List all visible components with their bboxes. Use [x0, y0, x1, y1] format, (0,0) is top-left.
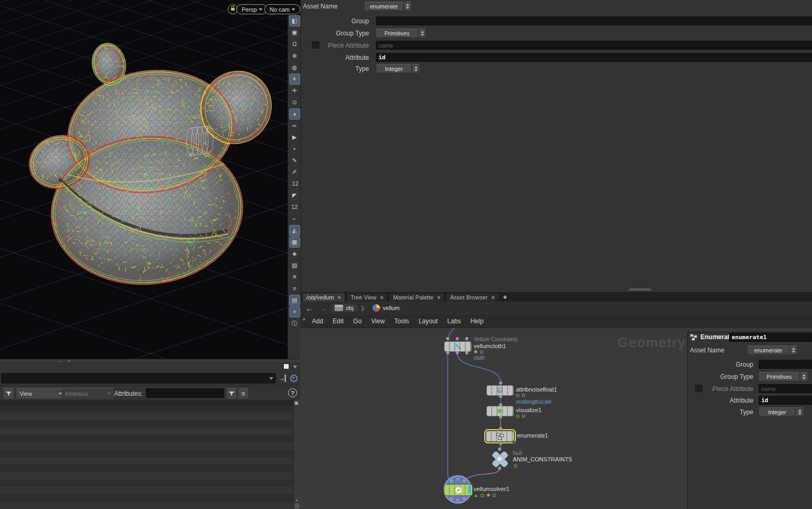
menu-item-add[interactable]: Add	[312, 317, 323, 325]
type-dropdown[interactable]: Integer	[759, 407, 804, 416]
help-button[interactable]: ?	[288, 388, 297, 397]
ghost-objects-icon[interactable]: ⊗	[289, 50, 300, 61]
output-dot[interactable]	[499, 395, 502, 398]
menu-item-view[interactable]: View	[371, 317, 385, 325]
snap-locate-icon[interactable]: ⌖	[289, 306, 300, 317]
output-dot[interactable]	[446, 351, 449, 355]
forward-arrow-icon[interactable]: →	[319, 304, 327, 313]
hide-other-objects-icon[interactable]: ∞	[289, 120, 300, 131]
node-visualize1[interactable]	[486, 406, 514, 416]
intrinsics-dropdown[interactable]: Intrinsics	[61, 388, 114, 399]
input-dot[interactable]	[499, 427, 502, 430]
tab-tree-view[interactable]: Tree View×	[346, 293, 387, 302]
asset-name-value[interactable]: enumerate	[364, 2, 403, 11]
toolbar-options-icon[interactable]: ≡	[289, 283, 300, 294]
node-anim-constraints[interactable]	[491, 450, 510, 469]
input-dot[interactable]	[446, 337, 449, 340]
headlight-icon[interactable]: ☀	[289, 74, 300, 85]
group-type-dropdown[interactable]: Primitives	[759, 372, 808, 381]
tab-close-icon[interactable]: ×	[437, 294, 440, 301]
asset-name-value[interactable]: enumerate	[747, 346, 789, 355]
output-dot[interactable]	[456, 351, 459, 355]
sort-button[interactable]: ≡	[238, 388, 248, 399]
axis-display-icon[interactable]: ✕	[289, 271, 300, 283]
attribute-input[interactable]: id	[376, 53, 812, 62]
piece-attribute-input[interactable]: name	[759, 384, 812, 393]
table-scrollbar[interactable]: ▦ ▲	[293, 400, 300, 509]
output-dot[interactable]	[499, 415, 502, 419]
shaded-mode-icon[interactable]: ◭	[289, 225, 300, 236]
sketch-brush-icon[interactable]: ✎	[289, 155, 300, 166]
show-points-icon[interactable]: •	[289, 143, 300, 154]
grid-toggle-icon[interactable]: ▦	[294, 401, 299, 405]
breadcrumb-obj[interactable]: obj	[331, 304, 357, 312]
chevron-down-icon[interactable]	[269, 377, 273, 380]
group-input[interactable]	[376, 16, 812, 25]
viewport-layout-icon[interactable]: ◧	[289, 15, 300, 26]
camera-menu-pill[interactable]: No cam	[264, 4, 300, 14]
lock-camera-icon[interactable]: Ω	[289, 39, 300, 50]
prim-numbers-icon[interactable]: 12	[289, 202, 300, 213]
piece-attribute-input[interactable]: name	[376, 41, 812, 50]
flipbook-play-icon[interactable]: ▶	[289, 132, 300, 143]
input-dot[interactable]	[456, 337, 459, 340]
back-arrow-icon[interactable]: ←	[306, 304, 313, 313]
stop-cook-icon[interactable]	[284, 364, 289, 369]
node-name-label[interactable]: visualize1	[516, 407, 541, 413]
point-numbers-icon[interactable]: .12	[289, 178, 300, 189]
menu-item-help[interactable]: Help	[470, 317, 484, 325]
menu-item-go[interactable]: Go	[353, 317, 362, 325]
flipbook-frame-icon[interactable]: ▣	[289, 27, 300, 38]
menu-item-edit[interactable]: Edit	[333, 317, 344, 325]
scene-viewport[interactable]: Persp No cam	[0, 0, 300, 359]
uv-overlay-icon[interactable]: ▧	[289, 260, 300, 271]
type-dropdown[interactable]: Integer	[376, 64, 420, 73]
input-dot[interactable]	[499, 403, 502, 406]
type-value[interactable]: Integer	[759, 407, 796, 416]
background-image-icon[interactable]: ▤	[289, 295, 300, 306]
tab-close-icon[interactable]: ×	[338, 294, 341, 301]
node-attribnoisefloat1[interactable]	[486, 385, 514, 396]
group-type-value[interactable]: Primitives	[376, 29, 418, 38]
display-materials-icon[interactable]: ◕	[289, 108, 300, 120]
node-name-label[interactable]: ANIM_CONSTRAINTS	[513, 456, 572, 462]
view-mode-dropdown[interactable]: View	[16, 388, 66, 399]
tab-close-icon[interactable]: ×	[380, 294, 383, 301]
scroll-thumb[interactable]	[294, 503, 299, 508]
node-name-label[interactable]: enumerate1	[517, 432, 548, 439]
menu-collapse-arrow[interactable]: ▲	[302, 316, 306, 321]
menu-item-tools[interactable]: Tools	[394, 317, 409, 325]
node-enumerate1[interactable]	[486, 431, 514, 442]
asset-name-dropdown[interactable]: enumerate	[364, 2, 411, 11]
scroll-bottom-icon[interactable]: ▲	[295, 498, 299, 502]
output-dot[interactable]	[498, 467, 501, 470]
node-name-label[interactable]: vellumcloth1	[474, 343, 506, 349]
node-name-label[interactable]: vellumsolver1	[474, 486, 509, 492]
input-dot[interactable]	[463, 479, 466, 483]
output-dot[interactable]	[450, 497, 453, 500]
group-input[interactable]	[759, 360, 812, 369]
attribute-filter-button[interactable]	[226, 388, 237, 399]
display-hull-icon[interactable]: ◈	[289, 248, 300, 259]
spinner[interactable]	[796, 407, 804, 416]
breadcrumb-vellum[interactable]: vellum	[369, 304, 403, 312]
output-dot[interactable]	[465, 351, 468, 355]
type-value[interactable]: Integer	[376, 64, 412, 73]
tab--obj-vellum[interactable]: /obj/vellum×	[302, 293, 345, 302]
input-dot[interactable]	[498, 448, 501, 451]
texture-checker-icon[interactable]: ▦	[289, 237, 300, 248]
menu-item-labs[interactable]: Labs	[447, 317, 461, 325]
perspective-menu-pill[interactable]: Persp	[236, 4, 267, 14]
node-name-label[interactable]: attribnoisefloat1	[516, 386, 557, 393]
locate-light-icon[interactable]: ⊙	[289, 97, 300, 108]
input-dot[interactable]	[450, 479, 453, 483]
spinner[interactable]	[800, 372, 808, 381]
group-type-value[interactable]: Primitives	[759, 372, 800, 381]
pane-menu-arrow[interactable]	[293, 366, 297, 368]
menu-item-layout[interactable]: Layout	[419, 317, 438, 325]
attribute-input[interactable]: id	[759, 396, 812, 405]
attributes-filter-input[interactable]	[146, 388, 224, 398]
add-light-icon[interactable]: ✛	[289, 85, 300, 96]
hull-curve-icon[interactable]: ⌐	[289, 213, 300, 224]
pin-pane-icon[interactable]: →▏	[279, 375, 290, 382]
